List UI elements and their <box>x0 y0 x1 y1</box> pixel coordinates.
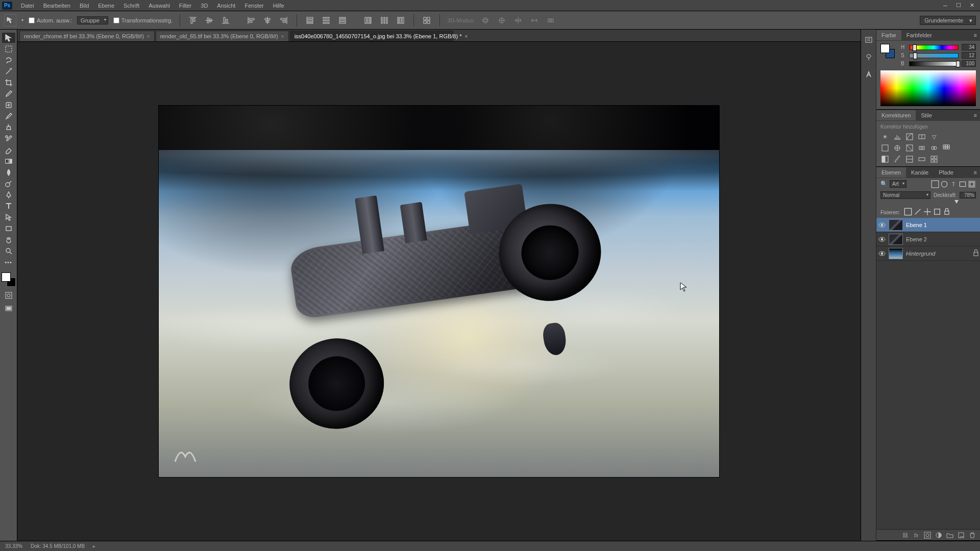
marquee-tool[interactable] <box>2 44 15 54</box>
close-icon[interactable]: × <box>464 34 468 39</box>
current-tool-icon[interactable] <box>4 14 16 27</box>
adj-colorbalance-icon[interactable] <box>893 144 902 152</box>
window-close[interactable]: ✕ <box>966 2 978 10</box>
menu-window[interactable]: Fenster <box>240 3 268 9</box>
new-group-icon[interactable] <box>946 532 953 539</box>
path-select-tool[interactable] <box>2 212 15 222</box>
move-tool[interactable] <box>2 33 15 43</box>
doc-tab-2[interactable]: iss040e006780_14550707154_o.jpg bei 33.3… <box>290 31 453 41</box>
new-layer-icon[interactable] <box>958 532 965 539</box>
new-adjustment-icon[interactable] <box>935 532 942 539</box>
magic-wand-tool[interactable] <box>2 66 15 77</box>
distribute-top-icon[interactable] <box>304 15 315 26</box>
menu-type[interactable]: Schrift <box>119 3 144 9</box>
eyedropper-tool[interactable] <box>2 89 15 99</box>
panel-menu-icon[interactable]: ≡ <box>971 112 980 118</box>
adj-bw-icon[interactable] <box>905 144 914 152</box>
workspace-picker[interactable]: Grundelemente <box>920 16 976 25</box>
lasso-tool[interactable] <box>2 55 15 65</box>
visibility-toggle[interactable] <box>878 236 886 243</box>
filter-shape-icon[interactable] <box>959 181 967 188</box>
layer-name[interactable]: Ebene 2 <box>906 236 978 242</box>
doc-tab-1[interactable]: render_old_65.tif bei 33.3% (Ebene 0, RG… <box>156 31 289 41</box>
opacity-slider[interactable] <box>880 202 976 205</box>
eraser-tool[interactable] <box>2 145 15 155</box>
adj-colorlookup-icon[interactable] <box>942 144 951 152</box>
adj-vibrance-icon[interactable]: ▽ <box>929 133 939 141</box>
lock-position-icon[interactable] <box>914 208 922 217</box>
crop-tool[interactable] <box>2 78 15 88</box>
hue-slider[interactable] <box>909 45 959 50</box>
dodge-tool[interactable] <box>2 179 15 189</box>
layer-fx-icon[interactable]: fx <box>913 532 920 539</box>
layer-thumbnail[interactable] <box>889 234 903 245</box>
menu-filter[interactable]: Filter <box>175 3 196 9</box>
swatches-tab[interactable]: Farbfelder <box>901 30 937 40</box>
adj-gradientmap-icon[interactable] <box>917 155 926 163</box>
bri-value[interactable]: 100 <box>962 60 976 67</box>
panel-menu-icon[interactable]: ≡ <box>971 169 980 176</box>
opacity-value[interactable]: 78% <box>960 192 976 198</box>
bri-slider[interactable] <box>909 61 959 66</box>
layer-row[interactable]: Ebene 2 <box>876 232 980 246</box>
color-swatches[interactable] <box>2 272 16 287</box>
menu-layer[interactable]: Ebene <box>93 3 119 9</box>
distribute-left-icon[interactable] <box>362 15 374 26</box>
color-spectrum[interactable] <box>880 70 976 106</box>
align-right-icon[interactable] <box>278 15 289 26</box>
link-layers-icon[interactable]: ⛓ <box>901 532 909 539</box>
align-vcenter-icon[interactable] <box>204 15 215 26</box>
doc-tab-0[interactable]: render_chrome.tif bei 33.3% (Ebene 0, RG… <box>19 31 155 41</box>
canvas-area[interactable] <box>17 42 861 541</box>
zoom-readout[interactable]: 33.33% <box>5 543 22 549</box>
layer-thumbnail[interactable] <box>889 248 903 259</box>
menu-view[interactable]: Ansicht <box>212 3 240 9</box>
character-panel-icon[interactable] <box>864 69 874 80</box>
edit-toolbar[interactable]: ••• <box>2 257 15 267</box>
filter-pixel-icon[interactable] <box>931 181 939 188</box>
window-minimize[interactable]: ─ <box>939 2 951 10</box>
adjustments-tab[interactable]: Korrekturen <box>876 110 916 120</box>
delete-layer-icon[interactable] <box>969 532 976 539</box>
distribute-vcenter-icon[interactable] <box>321 15 332 26</box>
paths-tab[interactable]: Pfade <box>934 167 959 178</box>
align-top-icon[interactable] <box>187 15 199 26</box>
rectangle-tool[interactable] <box>2 223 15 234</box>
align-hcenter-icon[interactable] <box>262 15 273 26</box>
close-icon[interactable]: × <box>281 34 284 39</box>
menu-image[interactable]: Bild <box>75 3 93 9</box>
layer-row[interactable]: Ebene 1 <box>876 218 980 232</box>
align-bottom-icon[interactable] <box>220 15 231 26</box>
menu-file[interactable]: Datei <box>16 3 39 9</box>
history-brush-tool[interactable] <box>2 134 15 144</box>
menu-help[interactable]: Hilfe <box>268 3 289 9</box>
auto-align-icon[interactable] <box>421 15 432 26</box>
add-mask-icon[interactable] <box>924 532 931 539</box>
adj-exposure-icon[interactable] <box>917 133 926 141</box>
zoom-tool[interactable] <box>2 246 15 256</box>
distribute-hcenter-icon[interactable] <box>379 15 390 26</box>
adj-photofilter-icon[interactable] <box>917 144 926 152</box>
lock-pixels-icon[interactable] <box>904 208 912 217</box>
layer-name[interactable]: Hintergrund <box>906 251 969 257</box>
color-tab[interactable]: Farbe <box>876 30 901 40</box>
hue-value[interactable]: 34 <box>962 44 976 51</box>
panel-color-swatches[interactable] <box>880 44 895 58</box>
auto-select-target-dropdown[interactable]: Gruppe <box>77 16 108 24</box>
adj-hue-icon[interactable] <box>880 144 890 152</box>
sat-slider[interactable] <box>909 53 959 58</box>
filter-smart-icon[interactable] <box>968 181 976 188</box>
document-canvas[interactable] <box>158 105 720 478</box>
layers-tab[interactable]: Ebenen <box>876 167 906 178</box>
menu-edit[interactable]: Bearbeiten <box>39 3 75 9</box>
menu-select[interactable]: Auswahl <box>144 3 175 9</box>
adj-selectivecolor-icon[interactable] <box>929 155 939 163</box>
healing-tool[interactable] <box>2 100 15 110</box>
layer-filter-kind[interactable]: Art <box>890 180 906 188</box>
properties-panel-icon[interactable] <box>864 52 874 62</box>
hand-tool[interactable] <box>2 235 15 245</box>
doc-info[interactable]: Dok: 34.5 MB/101.0 MB <box>31 543 85 549</box>
visibility-toggle[interactable] <box>878 250 886 257</box>
foreground-color[interactable] <box>2 272 11 282</box>
sat-value[interactable]: 12 <box>962 52 976 59</box>
